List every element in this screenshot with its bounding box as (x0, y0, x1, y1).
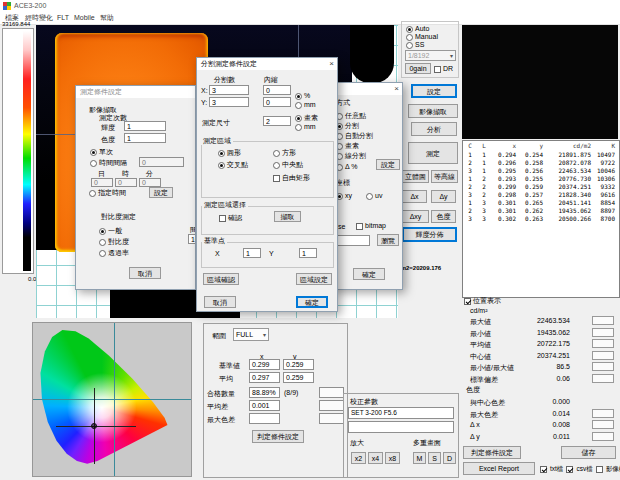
delta-y-button[interactable]: Δy (431, 190, 456, 203)
time-set-button[interactable]: 設定 (149, 187, 173, 198)
size-pixel-row[interactable]: 畫素 (295, 114, 318, 122)
contrast-row[interactable]: 對比度 (99, 238, 129, 246)
transmittance-row[interactable]: 透過率 (99, 249, 129, 257)
normal-radio[interactable] (99, 228, 106, 235)
position-display-checkbox[interactable] (464, 298, 471, 305)
chroma-button[interactable]: 色度 (431, 210, 456, 223)
position-display-row[interactable]: 位置表示 (464, 297, 501, 305)
stat-result-box[interactable] (592, 316, 614, 325)
pixel-unit-radio[interactable] (295, 115, 302, 122)
average-x-field[interactable]: 0.297 (249, 372, 280, 383)
area-set-button[interactable]: 區域設定 (296, 273, 332, 285)
dr-checkbox-row[interactable]: DR (434, 65, 453, 73)
specified-time-radio[interactable] (89, 190, 96, 197)
txt-checkbox[interactable] (540, 466, 547, 473)
manual-radio[interactable] (406, 34, 413, 41)
confirm-checkbox-row[interactable]: 確認 (219, 214, 242, 222)
analyze-button[interactable]: 分析 (411, 122, 457, 136)
stat-result-box[interactable] (592, 351, 614, 360)
split-cancel-button[interactable]: 取消 (204, 296, 236, 308)
measure-cancel-button[interactable]: 取消 (129, 267, 161, 279)
area-confirm-button[interactable]: 區域確認 (203, 273, 239, 285)
bitmap-path-field[interactable] (333, 235, 370, 246)
inset-percent-row[interactable]: % (295, 92, 310, 100)
free-rect-checkbox[interactable] (273, 175, 280, 182)
x-division-field[interactable]: 3 (209, 85, 249, 95)
hour-field[interactable]: 0 (115, 178, 137, 187)
results-row[interactable]: 210.2960.25820872.0789722 (463, 159, 619, 167)
cie-diagram-panel[interactable] (32, 322, 192, 477)
exposure-auto[interactable]: Auto (406, 25, 429, 33)
exposure-manual[interactable]: Manual (406, 33, 438, 41)
results-row[interactable]: 310.2950.25622463.53410046 (463, 167, 619, 175)
method-line-division[interactable]: 線分割 (336, 152, 366, 160)
calibration-extra-field[interactable] (348, 421, 454, 433)
results-row[interactable]: 120.2930.25520776.73010306 (463, 175, 619, 183)
inset-mm-radio[interactable] (295, 102, 302, 109)
transmittance-radio[interactable] (99, 250, 106, 257)
interval2-field[interactable]: 10 (188, 234, 196, 244)
contour-button[interactable]: 等高線 (431, 170, 458, 183)
summary-judge-button[interactable]: 判定條件設定 (252, 430, 304, 443)
shutter-select[interactable]: 1/8192▾ (405, 50, 456, 61)
results-row[interactable]: 110.2940.25421891.87510497 (463, 151, 619, 159)
reference-y-field[interactable]: 0.259 (283, 359, 314, 370)
luminance-count-field[interactable]: 1 (124, 121, 166, 131)
excel-report-button[interactable]: Excel Report (463, 462, 535, 475)
stat-result-box[interactable] (592, 362, 614, 371)
bitmap-checkbox[interactable] (356, 223, 363, 230)
results-row[interactable]: 320.2980.25721828.3409616 (463, 191, 619, 199)
specified-time-row[interactable]: 指定時間 (89, 189, 126, 197)
auto-radio[interactable] (406, 26, 413, 33)
gain-button[interactable]: 0gain (405, 63, 431, 74)
contrast-radio[interactable] (99, 239, 106, 246)
area-rect-row[interactable]: 方形 (273, 149, 296, 157)
inset-mm-row[interactable]: mm (295, 101, 316, 109)
y-inset-field[interactable]: 0 (263, 97, 291, 107)
interval-row[interactable]: 時間間隔 (90, 159, 127, 167)
method-pixel[interactable]: 畫素 (336, 142, 359, 150)
view-3d-button[interactable]: 立體圖 (402, 170, 429, 183)
method-delta[interactable]: Δ % (336, 163, 357, 171)
base-y-field[interactable]: 1 (299, 248, 317, 258)
browse-button[interactable]: 瀏覽 (377, 234, 399, 246)
calibration-preset-field[interactable]: SET 3-200 F5.6 (348, 407, 454, 419)
method-division[interactable]: 分割 (336, 122, 359, 130)
menu-item-flt[interactable]: FLT (57, 14, 69, 22)
single-radio[interactable] (90, 149, 97, 156)
coord-uv[interactable]: uv (366, 192, 382, 200)
confirm-checkbox[interactable] (219, 215, 226, 222)
size-mm-row[interactable]: mm (295, 123, 316, 131)
day-field[interactable]: 0 (91, 178, 113, 187)
capture-button[interactable]: 影像擷取 (408, 104, 458, 118)
multi-s-button[interactable]: S (428, 452, 441, 464)
x-inset-field[interactable]: 0 (263, 85, 291, 95)
bitmap-checkbox-row[interactable]: bitmap (356, 222, 386, 230)
luminance-dist-button[interactable]: 輝度分佈 (402, 227, 457, 242)
zoom-x4-button[interactable]: x4 (368, 452, 383, 464)
base-x-field[interactable]: 1 (243, 248, 261, 258)
range-select[interactable]: FULL▾ (233, 328, 269, 341)
results-row[interactable]: 130.3010.26520451.1418854 (463, 199, 619, 207)
results-row[interactable]: 330.3020.26320500.2668700 (463, 215, 619, 223)
multi-m-button[interactable]: M (413, 452, 426, 464)
stat-result-box[interactable] (592, 374, 614, 383)
coord-xy[interactable]: xy (336, 192, 352, 200)
interval-value-field[interactable]: 0 (139, 157, 184, 167)
results-table[interactable]: CLxycd/m2K 110.2940.25421891.87510497210… (462, 140, 620, 298)
size-field[interactable]: 2 (263, 116, 291, 126)
normal-row[interactable]: 一般 (99, 227, 122, 235)
rect-radio[interactable] (273, 150, 280, 157)
multi-d-button[interactable]: D (443, 452, 456, 464)
grab-button[interactable]: 擷取 (274, 211, 301, 222)
chroma-result-box[interactable] (592, 409, 614, 418)
minute-field[interactable]: 0 (139, 178, 161, 187)
stat-result-box[interactable] (592, 328, 614, 337)
menu-item-mobile[interactable]: Mobile (74, 14, 95, 22)
reference-x-field[interactable]: 0.299 (249, 359, 280, 370)
delta-xy-button[interactable]: Δxy (402, 210, 429, 223)
judge-condition-button[interactable]: 判定條件設定 (463, 446, 521, 459)
area-free-row[interactable]: 自由矩形 (273, 174, 310, 182)
center-point-radio[interactable] (273, 162, 280, 169)
uv-radio[interactable] (366, 193, 373, 200)
